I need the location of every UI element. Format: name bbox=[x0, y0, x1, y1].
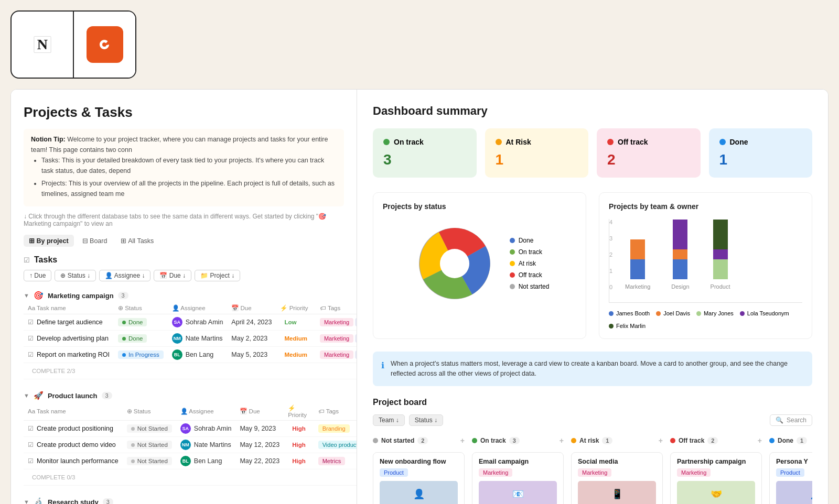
status-card: Done 1 bbox=[709, 128, 813, 178]
kanban-column: Not started 2 + New onboarding flow Prod… bbox=[373, 433, 465, 505]
kanban-card[interactable]: New onboarding flow Product 👤 SA bbox=[373, 452, 465, 505]
bar-group-design: Design bbox=[671, 220, 689, 290]
board-filter-bar: Team ↓ Status ↓ 🔍 Search bbox=[373, 414, 812, 426]
tab-all-tasks[interactable]: ⊞ All Tasks bbox=[115, 235, 159, 247]
kanban-card-title: Persona Y bbox=[776, 458, 812, 465]
info-icon: ℹ bbox=[381, 359, 384, 372]
task-name: ☑ Develop advertising plan bbox=[28, 335, 110, 342]
filter-project[interactable]: 📁 Project ↓ bbox=[195, 270, 240, 281]
card-image: 🤝 bbox=[677, 481, 755, 505]
bar-seg bbox=[630, 259, 645, 279]
right-panel: Dashboard summary On track 3 At Risk 1 O… bbox=[357, 90, 828, 504]
kanban-card[interactable]: Social media Marketing 📱 BL bbox=[571, 452, 663, 505]
bar-stack bbox=[630, 239, 645, 279]
plus-icon[interactable]: + bbox=[659, 436, 663, 445]
legend-done: Done bbox=[510, 237, 550, 244]
bar-group-product: Product bbox=[711, 220, 730, 290]
plus-icon[interactable]: + bbox=[560, 436, 564, 445]
page-title: Projects & Tasks bbox=[24, 104, 344, 120]
kanban-card-tag: Product bbox=[776, 468, 804, 477]
bar-stack bbox=[713, 220, 728, 279]
kanban-card-title: Partnership campaign bbox=[677, 458, 755, 465]
status-card: Off track 2 bbox=[597, 128, 701, 178]
bar-group-marketing: Marketing bbox=[625, 239, 650, 290]
pie-container: Done On track At risk Off track bbox=[383, 219, 576, 308]
tip-text: Welcome to your project tracker, where y… bbox=[31, 136, 328, 154]
bar-stack bbox=[673, 220, 687, 279]
board-search: 🔍 Search bbox=[770, 414, 812, 426]
status-card: At Risk 1 bbox=[485, 128, 589, 178]
kanban-card-tag: Marketing bbox=[479, 468, 512, 477]
filter-due2[interactable]: 📅 Due ↓ bbox=[154, 270, 191, 281]
pie-chart-title: Projects by status bbox=[383, 202, 576, 211]
tab-board[interactable]: ⊟ Board bbox=[77, 235, 113, 247]
filter-assignee[interactable]: 👤 Assignee ↓ bbox=[99, 270, 150, 281]
tab-by-project[interactable]: ⊞ By project bbox=[24, 235, 74, 247]
bar-legend: James Booth Joel Davis Mary Jones L bbox=[609, 310, 802, 329]
avatar: NM bbox=[172, 333, 182, 344]
task-name: ☑ Create product positioning bbox=[28, 425, 119, 432]
view-tabs: ⊞ By project ⊟ Board ⊞ All Tasks bbox=[24, 235, 344, 247]
kanban-card[interactable]: Partnership campaign Marketing 🤝 SA bbox=[670, 452, 762, 505]
board-title: Project board bbox=[373, 398, 812, 407]
kanban-col-header: At risk 1 + bbox=[571, 433, 663, 448]
card-image: 📱 bbox=[578, 481, 656, 505]
plus-icon[interactable]: + bbox=[460, 436, 465, 445]
info-text: When a project's status matters most, le… bbox=[391, 359, 804, 379]
tip-projects: Projects: This is your overview of all t… bbox=[41, 178, 337, 199]
kanban-col-header: Off track 2 + bbox=[670, 433, 762, 448]
board-filter-team[interactable]: Team ↓ bbox=[373, 414, 405, 426]
search-icon: 🔍 bbox=[776, 417, 783, 424]
kanban-column: At risk 1 + Social media Marketing 📱 BL … bbox=[571, 433, 663, 505]
task-group-header[interactable]: ▼ 🔬 Research study 3 bbox=[24, 495, 344, 504]
task-group: ▼ 🔬 Research study 3 Aa Task name ⊕ Stat… bbox=[24, 495, 344, 504]
kanban-card[interactable]: Persona Y Product 👤 SA bbox=[769, 452, 812, 505]
kanban-card-title: Social media bbox=[578, 458, 656, 465]
tasks-title: Tasks bbox=[34, 255, 57, 265]
legend-on-track: On track bbox=[510, 248, 550, 256]
bar-seg bbox=[673, 249, 687, 259]
task-name: ☑ Report on marketing ROI bbox=[28, 351, 110, 358]
kanban-col-header: On track 3 + bbox=[472, 433, 564, 448]
bar-chart-inner: 0 1 2 3 4 Marketing bbox=[609, 219, 802, 303]
plus-icon[interactable]: + bbox=[758, 436, 762, 445]
filter-due[interactable]: ↑ Due bbox=[24, 270, 51, 281]
avatar: SA bbox=[180, 423, 191, 434]
table-row: ☑ Monitor launch performance Not Started… bbox=[24, 453, 357, 469]
filter-status[interactable]: ⊕ Status ↓ bbox=[55, 270, 96, 281]
pie-chart-box: Projects by status bbox=[373, 192, 586, 339]
card-image: 👤 bbox=[776, 481, 812, 505]
table-row: ☑ Define target audience Done SA Sohrab … bbox=[24, 314, 357, 331]
tasks-header: ☑ Tasks bbox=[24, 255, 344, 265]
kanban-column: On track 3 + Email campaign Marketing 📧 … bbox=[472, 433, 564, 505]
group-toggle-icon: ▼ bbox=[24, 292, 29, 299]
group-toggle-icon: ▼ bbox=[24, 499, 29, 504]
dashboard-title: Dashboard summary bbox=[373, 104, 812, 118]
legend-at-risk: At risk bbox=[510, 260, 550, 267]
legend-not-started: Not started bbox=[510, 283, 550, 290]
avatar: BL bbox=[172, 349, 182, 360]
left-panel: Projects & Tasks Notion Tip: Welcome to … bbox=[11, 90, 357, 504]
svg-point-4 bbox=[440, 249, 469, 278]
bar-seg bbox=[713, 220, 728, 249]
task-table: Aa Task name ⊕ Status 👤 Assignee 📅 Due ⚡… bbox=[24, 302, 357, 379]
click-tip: ↓ Click through the different database t… bbox=[24, 213, 344, 227]
svg-text:N: N bbox=[37, 36, 47, 52]
pie-legend: Done On track At risk Off track bbox=[510, 237, 550, 290]
task-group-header[interactable]: ▼ 🚀 Product launch 3 bbox=[24, 389, 344, 402]
task-name: ☑ Define target audience bbox=[28, 319, 110, 326]
avatar: NM bbox=[180, 440, 191, 450]
status-card: On track 3 bbox=[373, 128, 477, 178]
kanban-col-header: Done 1 + bbox=[769, 433, 812, 448]
avatar: BL bbox=[180, 456, 191, 466]
board-filter-status[interactable]: Status ↓ bbox=[409, 414, 443, 426]
kanban-card[interactable]: Email campaign Marketing 📧 SA bbox=[472, 452, 564, 505]
kanban-card-tag: Product bbox=[380, 468, 408, 477]
kanban-column: Off track 2 + Partnership campaign Marke… bbox=[670, 433, 762, 505]
bar-y-labels: 0 1 2 3 4 bbox=[609, 219, 612, 290]
task-group-header[interactable]: ▼ 🎯 Marketing campaign 3 bbox=[24, 289, 344, 302]
bar-chart: 0 1 2 3 4 Marketing bbox=[609, 219, 802, 329]
tip-tasks: Tasks: This is your detailed breakdown o… bbox=[41, 155, 337, 176]
card-image: 📧 bbox=[479, 481, 557, 505]
legend-off-track: Off track bbox=[510, 271, 550, 279]
